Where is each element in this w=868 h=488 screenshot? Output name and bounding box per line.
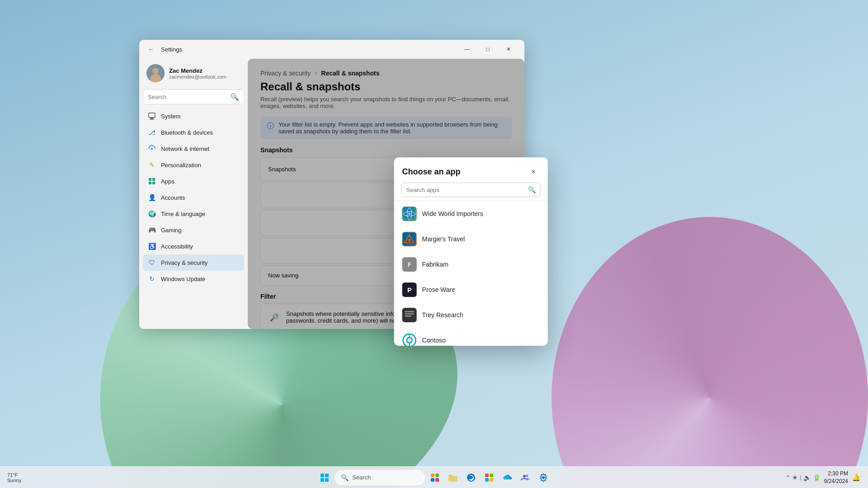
svg-point-18 bbox=[408, 212, 411, 215]
minimize-button[interactable]: — bbox=[457, 42, 477, 56]
sidebar-item-label-privacy: Privacy & security bbox=[161, 259, 208, 266]
personalization-icon: ✎ bbox=[147, 160, 156, 169]
app-item-fab[interactable]: F Fabrikam bbox=[394, 252, 548, 277]
app-name-mt: Margie's Travel bbox=[422, 235, 465, 243]
window-controls: — □ ✕ bbox=[457, 42, 519, 56]
svg-point-21 bbox=[408, 239, 411, 241]
battery-icon[interactable]: 🔋 bbox=[813, 474, 821, 481]
sidebar-item-bluetooth[interactable]: ⎇ Bluetooth & devices bbox=[143, 124, 244, 141]
dialog-close-button[interactable]: × bbox=[527, 165, 540, 178]
svg-rect-38 bbox=[321, 478, 324, 482]
sidebar-item-system[interactable]: System bbox=[143, 108, 244, 124]
brightness-icon[interactable]: ☀ bbox=[792, 474, 798, 481]
gaming-icon: 🎮 bbox=[147, 225, 156, 235]
svg-rect-10 bbox=[152, 182, 155, 184]
sidebar-item-label-gaming: Gaming bbox=[161, 227, 182, 234]
app-name-pw: Prose Ware bbox=[422, 286, 455, 293]
privacy-icon: 🛡 bbox=[147, 258, 156, 267]
app-name-con: Contoso bbox=[422, 337, 446, 344]
search-icon: 🔍 bbox=[230, 93, 239, 101]
sidebar-search-input[interactable] bbox=[148, 94, 226, 100]
svg-point-50 bbox=[523, 475, 526, 478]
system-tray: ⌃ ☀ 〈 🔈 🔋 bbox=[786, 474, 821, 481]
app-icon-mt bbox=[402, 232, 417, 246]
volume-icon[interactable]: 🔈 bbox=[803, 474, 811, 481]
svg-rect-37 bbox=[325, 474, 329, 477]
network-icon bbox=[147, 144, 156, 153]
dialog-search-input[interactable] bbox=[406, 187, 524, 193]
network-tray-icon[interactable]: 〈 bbox=[800, 474, 802, 481]
svg-rect-49 bbox=[490, 478, 493, 482]
sidebar-item-time[interactable]: 🌍 Time & language bbox=[143, 206, 244, 222]
svg-rect-46 bbox=[485, 474, 489, 477]
dialog-header: Choose an app × bbox=[394, 157, 548, 183]
taskbar-settings-button[interactable] bbox=[535, 469, 552, 486]
app-item-wwi[interactable]: Wide World Importers bbox=[394, 201, 548, 226]
svg-rect-41 bbox=[435, 474, 439, 477]
sidebar-item-label-network: Network & internet bbox=[161, 145, 209, 152]
app-icon-con bbox=[402, 333, 417, 346]
app-icon-wwi bbox=[402, 206, 417, 221]
taskbar-search[interactable]: 🔍 Search bbox=[335, 470, 425, 485]
clock-date: 9/24/2024 bbox=[824, 478, 848, 485]
svg-rect-47 bbox=[490, 474, 493, 477]
widgets-button[interactable] bbox=[427, 469, 443, 486]
app-item-mt[interactable]: Margie's Travel bbox=[394, 226, 548, 252]
sidebar-item-network[interactable]: Network & internet bbox=[143, 141, 244, 157]
svg-text:F: F bbox=[408, 262, 411, 268]
svg-rect-44 bbox=[449, 476, 457, 481]
maximize-button[interactable]: □ bbox=[477, 42, 498, 56]
sidebar-item-gaming[interactable]: 🎮 Gaming bbox=[143, 222, 244, 238]
sidebar-item-accessibility[interactable]: ♿ Accessibility bbox=[143, 238, 244, 254]
svg-point-52 bbox=[542, 476, 545, 479]
back-button[interactable]: ← bbox=[145, 43, 157, 56]
sidebar-item-label-update: Windows Update bbox=[161, 276, 205, 282]
app-icon-pw: P bbox=[402, 282, 417, 297]
teams-button[interactable] bbox=[517, 469, 533, 486]
apps-icon bbox=[147, 177, 156, 186]
user-profile[interactable]: Zac Mendez zacmendez@outlook.com bbox=[143, 59, 244, 89]
sidebar-item-apps[interactable]: Apps bbox=[143, 173, 244, 189]
sidebar-item-label-accessibility: Accessibility bbox=[161, 243, 193, 250]
onedrive-button[interactable] bbox=[499, 469, 515, 486]
app-item-pw[interactable]: P Prose Ware bbox=[394, 277, 548, 302]
svg-rect-26 bbox=[403, 309, 416, 321]
user-name: Zac Mendez bbox=[169, 67, 241, 74]
sidebar-item-accounts[interactable]: 👤 Accounts bbox=[143, 189, 244, 206]
sidebar-item-personalization[interactable]: ✎ Personalization bbox=[143, 157, 244, 173]
edge-button[interactable] bbox=[463, 469, 479, 486]
weather-widget[interactable]: 71°F Sunny bbox=[7, 472, 21, 483]
sidebar-search-box[interactable]: 🔍 bbox=[143, 89, 244, 104]
app-name-wwi: Wide World Importers bbox=[422, 210, 483, 217]
choose-app-dialog: Choose an app × 🔍 Wide World Importers bbox=[394, 157, 548, 346]
close-button[interactable]: ✕ bbox=[498, 42, 519, 56]
app-item-tr[interactable]: Trey Research bbox=[394, 302, 548, 328]
dialog-search-icon: 🔍 bbox=[528, 186, 536, 193]
svg-rect-40 bbox=[431, 474, 434, 477]
svg-point-51 bbox=[526, 474, 528, 477]
sidebar-item-label-apps: Apps bbox=[161, 178, 175, 185]
window-titlebar: ← Settings — □ ✕ bbox=[139, 40, 524, 59]
window-title: Settings bbox=[161, 46, 182, 53]
chevron-up-icon[interactable]: ⌃ bbox=[786, 474, 790, 481]
clock[interactable]: 2:30 PM 9/24/2024 bbox=[824, 470, 848, 485]
start-button[interactable] bbox=[316, 469, 333, 486]
file-explorer-button[interactable] bbox=[445, 469, 461, 486]
sidebar-item-privacy[interactable]: 🛡 Privacy & security bbox=[143, 254, 244, 271]
svg-rect-43 bbox=[435, 478, 439, 482]
dialog-search-box[interactable]: 🔍 bbox=[401, 183, 541, 197]
svg-rect-27 bbox=[405, 313, 414, 314]
accessibility-icon: ♿ bbox=[147, 242, 156, 251]
sidebar-item-label-time: Time & language bbox=[161, 211, 205, 217]
svg-point-6 bbox=[151, 148, 153, 150]
store-button[interactable] bbox=[481, 469, 497, 486]
svg-rect-5 bbox=[150, 119, 154, 120]
app-icon-tr bbox=[402, 308, 417, 322]
user-info: Zac Mendez zacmendez@outlook.com bbox=[169, 67, 241, 80]
notification-icon[interactable]: 🔔 bbox=[852, 473, 861, 482]
svg-rect-48 bbox=[485, 478, 489, 482]
app-item-con[interactable]: Contoso bbox=[394, 328, 548, 346]
sidebar-item-update[interactable]: ↻ Windows Update bbox=[143, 271, 244, 287]
app-icon-fab: F bbox=[402, 257, 417, 272]
sidebar-item-label-system: System bbox=[161, 113, 180, 120]
